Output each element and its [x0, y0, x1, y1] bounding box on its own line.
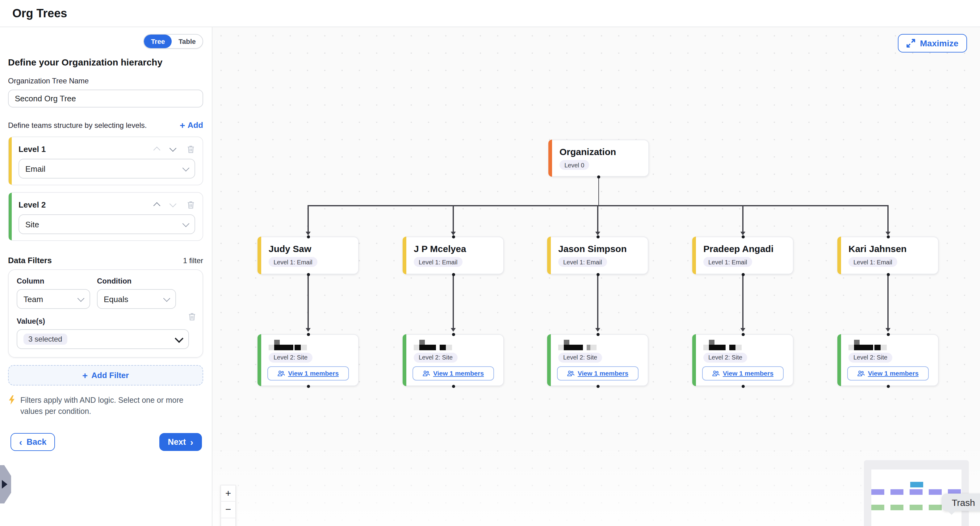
level-badge: Level 2: Site [703, 352, 747, 362]
zoom-out-button[interactable]: − [220, 502, 236, 518]
toggle-tree[interactable]: Tree [144, 35, 172, 48]
connector-handle [741, 384, 745, 387]
connector-handle [741, 333, 745, 336]
values-select[interactable]: 3 selected [17, 329, 189, 349]
minimap-node [929, 489, 942, 495]
edge-line [888, 205, 888, 233]
org-level2-node[interactable]: Level 2: Site View 1 members [402, 334, 504, 386]
chevron-left-icon: ‹ [19, 437, 22, 446]
connector-handle [596, 235, 599, 238]
maximize-button[interactable]: Maximize [898, 34, 967, 53]
maximize-icon [907, 39, 915, 48]
condition-select[interactable]: Equals [97, 289, 176, 309]
edge-line [597, 274, 598, 329]
connector-handle [597, 175, 600, 178]
move-down-button[interactable] [170, 201, 175, 208]
org-level2-node[interactable]: Level 2: Site View 1 members [547, 334, 648, 386]
org-level1-node[interactable]: J P Mcelyea Level 1: Email [402, 237, 504, 274]
toggle-table[interactable]: Table [172, 35, 202, 48]
connector-handle [886, 384, 889, 387]
org-level1-node[interactable]: Kari Jahnsen Level 1: Email [837, 237, 939, 274]
redacted-name [703, 340, 793, 351]
arrow-down-icon [450, 232, 455, 235]
connector-handle [307, 384, 310, 387]
add-level-button[interactable]: + Add [180, 120, 203, 130]
level-badge: Level 1: Email [414, 257, 463, 267]
level-badge: Level 1: Email [848, 257, 897, 267]
delete-filter-button[interactable] [188, 312, 196, 321]
trash-icon [186, 144, 195, 153]
view-members-button[interactable]: View 1 members [412, 366, 494, 380]
view-members-button[interactable]: View 1 members [702, 366, 784, 380]
users-icon [567, 370, 574, 376]
chevron-down-icon [175, 334, 183, 343]
level-title: Level 2 [19, 200, 143, 209]
plus-icon: + [83, 371, 88, 380]
users-icon [278, 370, 285, 376]
org-tree-canvas[interactable]: Maximize Organization Level 0 Judy Saw L… [212, 27, 980, 526]
connector-handle [741, 273, 745, 276]
connector-handle [886, 333, 889, 336]
minimap-node [910, 489, 923, 495]
view-members-button[interactable]: View 1 members [267, 366, 349, 380]
level-value-select[interactable]: Site [19, 214, 195, 234]
minimap[interactable] [864, 460, 969, 526]
redacted-name [848, 340, 938, 351]
org-level2-node[interactable]: Level 2: Site View 1 members [258, 334, 359, 386]
level-title: Level 1 [19, 144, 143, 153]
arrow-down-icon [740, 328, 745, 332]
view-members-button[interactable]: View 1 members [557, 366, 638, 380]
chevron-down-icon [170, 145, 177, 151]
move-up-button[interactable] [154, 145, 159, 153]
arrow-down-icon [450, 328, 455, 332]
delete-level-button[interactable] [186, 144, 195, 153]
level-badge: Level 0 [560, 160, 589, 170]
chevron-down-icon [170, 200, 177, 207]
connector-handle [307, 235, 310, 238]
redacted-name [414, 340, 503, 351]
edge-line [308, 205, 889, 206]
redacted-name [558, 340, 648, 351]
arrow-down-icon [885, 328, 890, 332]
arrow-down-icon [595, 232, 600, 235]
tree-column: J P Mcelyea Level 1: Email Level 2: Site… [402, 237, 504, 386]
connector-handle [452, 235, 455, 238]
org-level1-node[interactable]: Pradeep Angadi Level 1: Email [692, 237, 794, 274]
move-down-button[interactable] [170, 145, 175, 152]
edge-line [598, 177, 599, 205]
chevron-down-icon [183, 164, 189, 171]
next-button[interactable]: Next › [159, 433, 202, 451]
add-filter-button[interactable]: + Add Filter [8, 365, 203, 386]
org-level2-node[interactable]: Level 2: Site View 1 members [837, 334, 939, 386]
tree-name-input[interactable] [8, 89, 203, 107]
node-title: Organization [549, 140, 648, 157]
chevron-right-icon: › [190, 437, 193, 446]
level-badge: Level 1: Email [703, 257, 752, 267]
node-title: Jason Simpson [548, 237, 648, 254]
level-value-select[interactable]: Email [19, 159, 195, 179]
connector-handle [741, 235, 745, 238]
org-level1-node[interactable]: Jason Simpson Level 1: Email [547, 237, 648, 274]
view-members-button[interactable]: View 1 members [847, 366, 929, 380]
values-label: Value(s) [17, 317, 194, 325]
lightning-icon [8, 395, 16, 405]
org-level2-node[interactable]: Level 2: Site View 1 members [692, 334, 794, 386]
back-button[interactable]: ‹ Back [11, 433, 55, 451]
connector-handle [452, 273, 455, 276]
org-level1-node[interactable]: Judy Saw Level 1: Email [258, 237, 359, 274]
level-badge: Level 2: Site [558, 352, 602, 362]
edge-line [453, 274, 453, 329]
chevron-down-icon [163, 295, 170, 302]
column-select[interactable]: Team [17, 289, 90, 309]
trash-tooltip: Trash [942, 494, 980, 511]
minimap-node [871, 489, 884, 495]
hierarchy-sidebar: Tree Table Define your Organization hier… [0, 27, 212, 526]
move-up-button[interactable] [154, 201, 159, 208]
delete-level-button[interactable] [186, 200, 195, 209]
arrow-down-icon [595, 328, 600, 332]
org-root-node[interactable]: Organization Level 0 [548, 140, 649, 177]
zoom-in-button[interactable]: + [220, 485, 236, 502]
column-label: Column [17, 277, 90, 285]
tree-name-label: Organization Tree Name [8, 77, 203, 85]
fit-view-button[interactable] [220, 518, 236, 526]
